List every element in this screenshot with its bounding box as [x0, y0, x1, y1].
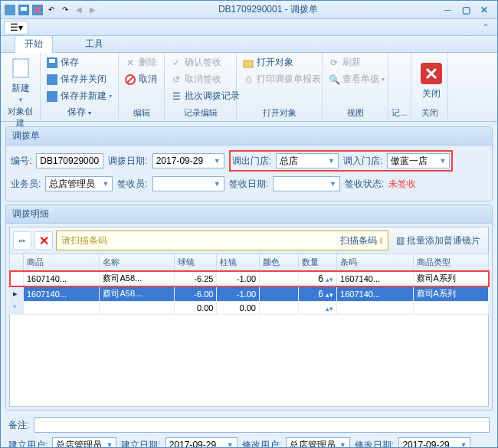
code-label: 编号: [11, 155, 31, 168]
batch-add-lens-button[interactable]: ▥批量添加普通镜片 [392, 234, 485, 247]
open-icon [242, 57, 254, 69]
sign-status-value: 未签收 [388, 178, 416, 191]
cancel-icon [124, 74, 136, 86]
mod-user-field[interactable]: 总店管理员▼ [286, 437, 350, 448]
qat-back-icon[interactable]: ◀ [73, 4, 85, 16]
qat-redo-icon[interactable]: ↷ [59, 4, 71, 16]
new-row[interactable]: * 0.000.00 ▴▾ [10, 302, 489, 315]
detail-panel: 调拨明细 ▫▾ ✕ 请扫描条码扫描条码⦀ ▥批量添加普通镜片 商品 名称 球镜 … [5, 204, 493, 410]
qat-fwd-icon[interactable]: ▶ [87, 4, 99, 16]
svg-rect-8 [47, 91, 57, 102]
chevron-down-icon[interactable]: ▼ [214, 157, 221, 165]
add-row-button[interactable]: ▫▾ [13, 231, 31, 250]
date-field[interactable]: 2017-09-29▼ [152, 153, 224, 168]
ribbon-tabs: 开始 工具 [1, 36, 497, 53]
tab-tools[interactable]: 工具 [76, 36, 113, 52]
store-highlight-box: 调出门店: 总店▼ 调入门店: 傲蓝一店▼ [229, 150, 454, 172]
save-icon [46, 57, 58, 69]
new-icon [8, 56, 33, 80]
minimize-button[interactable]: ─ [441, 5, 454, 15]
close-window-button[interactable]: ✕ [477, 5, 491, 15]
quick-access-toolbar: ☰▾ ⌃ [1, 19, 497, 36]
close-icon [419, 61, 444, 86]
refresh-icon: ⟳ [328, 57, 340, 69]
print-report-button[interactable]: ⎙打印调拨单报表 [240, 71, 323, 87]
delete-icon: ✕ [124, 57, 136, 69]
order-panel-header: 调拨单 [6, 127, 492, 146]
remark-field[interactable] [34, 417, 490, 433]
save-new-button[interactable]: 保存并新建▾ [44, 88, 114, 104]
new-button[interactable]: 新建 ▼ [4, 54, 38, 105]
date-label: 调拨日期: [108, 155, 147, 168]
qat-undo-icon[interactable]: ↶ [45, 4, 57, 16]
close-button[interactable]: 关闭 [414, 54, 448, 106]
ribbon-expand-icon[interactable]: ⌃ [477, 22, 494, 33]
save-new-icon [46, 90, 58, 103]
qat-save-icon[interactable] [18, 4, 30, 16]
confirm-sign-button[interactable]: ✓确认签收 [168, 54, 242, 70]
mod-date-field[interactable]: 2017-09-29▼ [398, 437, 470, 448]
table-row[interactable]: 1607140...蔡司A58... -6.25-1.00 6 ▴▾ 16071… [10, 271, 489, 286]
grid-empty-area [9, 315, 489, 407]
clerk-field[interactable]: 总店管理员▼ [45, 176, 113, 191]
qat-saveclose-icon[interactable] [31, 4, 44, 16]
print-icon: ⎙ [242, 74, 254, 86]
spinner-icon[interactable]: ▴▾ [326, 291, 333, 299]
spinner-icon[interactable]: ▴▾ [326, 276, 333, 283]
in-store-field[interactable]: 傲蓝一店▼ [387, 153, 450, 168]
app-icon [4, 4, 16, 16]
svg-line-10 [127, 77, 133, 83]
out-store-label: 调出门店: [232, 155, 271, 168]
table-row[interactable]: ▸ 1607140...蔡司A58... -6.00-1.00 6 ▴▾ 160… [10, 286, 489, 302]
cancel-button[interactable]: 取消 [122, 71, 159, 87]
detail-panel-header: 调拨明细 [6, 205, 492, 224]
uncheck-icon: ↺ [170, 74, 182, 86]
svg-rect-2 [21, 7, 27, 11]
sign-date-label: 签收日期: [229, 178, 268, 191]
sheet-icon: ▥ [396, 235, 405, 246]
detail-toolbar: ▫▾ ✕ 请扫描条码扫描条码⦀ ▥批量添加普通镜片 [9, 227, 489, 253]
refresh-button[interactable]: ⟳刷新 [326, 54, 387, 70]
in-store-label: 调入门店: [343, 155, 382, 168]
tab-start[interactable]: 开始 [15, 35, 53, 53]
sign-status-label: 签收状态: [345, 178, 384, 191]
list-icon: ☰ [170, 90, 182, 103]
maximize-button[interactable]: ▢ [459, 5, 473, 15]
remark-label: 备注: [8, 419, 29, 432]
save-close-button[interactable]: 保存并关闭 [44, 71, 114, 87]
sign-date-field[interactable]: ▼ [273, 176, 340, 191]
create-user-field[interactable]: 总店管理员▼ [52, 437, 116, 448]
code-field[interactable]: DB170929000 [36, 153, 103, 168]
order-panel: 调拨单 编号: DB170929000 调拨日期: 2017-09-29▼ 调出… [5, 126, 493, 201]
delete-button[interactable]: ✕删除 [122, 54, 159, 70]
create-date-field[interactable]: 2017-09-29▼ [165, 437, 238, 448]
svg-rect-6 [49, 59, 55, 63]
window-title: DB1709290001 - 调拨单 [102, 3, 434, 16]
signer-field[interactable]: ▼ [152, 176, 224, 191]
signer-label: 签收员: [117, 178, 147, 191]
barcode-icon: ⦀ [379, 235, 383, 246]
cancel-sign-button[interactable]: ↺取消签收 [168, 71, 242, 87]
search-icon: 🔍 [328, 74, 340, 86]
open-object-button[interactable]: 打开对象 [240, 54, 323, 70]
svg-rect-0 [5, 5, 15, 15]
grid-header-row: 商品 名称 球镜 柱镜 颜色 数量 条码 商品类型 [10, 254, 489, 271]
clerk-label: 业务员: [11, 178, 41, 191]
svg-rect-11 [244, 60, 253, 67]
spinner-icon[interactable]: ▴▾ [326, 305, 333, 312]
delete-row-button[interactable]: ✕ [34, 231, 53, 250]
batch-record-button[interactable]: ☰批次调拨记录 [168, 88, 242, 104]
titlebar: ↶ ↷ ◀ ▶ DB1709290001 - 调拨单 ─ ▢ ✕ [1, 1, 497, 19]
lookup-button[interactable]: 🔍查看单据▾ [326, 71, 387, 87]
svg-rect-7 [47, 74, 57, 85]
barcode-input[interactable]: 请扫描条码扫描条码⦀ [56, 231, 388, 250]
ribbon: 新建 ▼ 对象创建 保存 保存并关闭 保存并新建▾ 保存 ▾ ✕删除 取消 编辑… [1, 53, 497, 122]
svg-rect-4 [13, 59, 28, 77]
save-close-icon [46, 74, 58, 86]
check-icon: ✓ [170, 57, 182, 69]
view-menu-button[interactable]: ☰▾ [4, 21, 28, 34]
detail-grid: 商品 名称 球镜 柱镜 颜色 数量 条码 商品类型 1607140...蔡司A5… [9, 253, 489, 315]
out-store-field[interactable]: 总店▼ [276, 153, 339, 168]
save-button[interactable]: 保存 [44, 54, 114, 70]
